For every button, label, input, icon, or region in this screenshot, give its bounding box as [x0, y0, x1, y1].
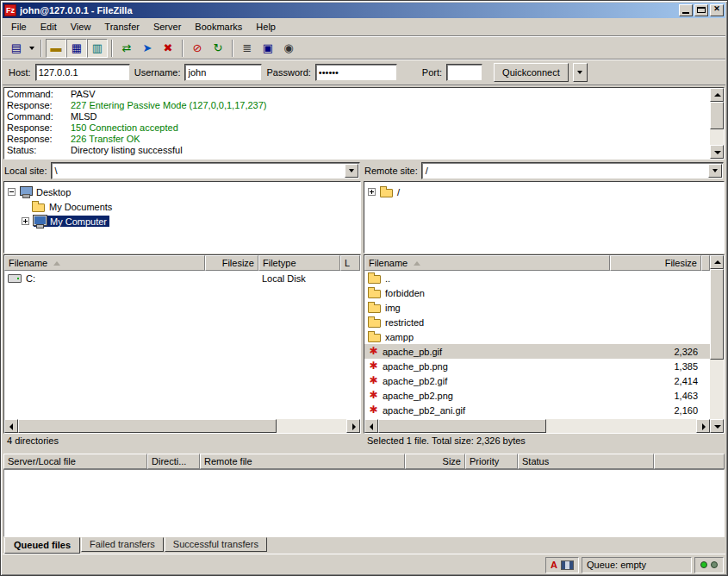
directory-comparison-button[interactable]: ▣	[258, 39, 278, 58]
site-manager-button[interactable]: ▤	[6, 39, 27, 58]
remote-file-row[interactable]: apache_pb2.gif 2,414	[364, 373, 710, 388]
menu-edit[interactable]: Edit	[34, 20, 64, 34]
tree-item-desktop[interactable]: Desktop	[6, 185, 358, 199]
remote-file-row-selected[interactable]: apache_pb.gif 2,326	[364, 344, 710, 359]
cancel-operation-button[interactable]: ✖	[158, 39, 178, 58]
reconnect-button[interactable]: ↻	[208, 39, 228, 58]
remote-file-row[interactable]: restricted	[364, 315, 710, 329]
scrollbar-thumb[interactable]	[378, 419, 546, 433]
expand-icon[interactable]	[22, 217, 29, 225]
maximize-button[interactable]	[694, 4, 708, 16]
log-prefix: Status:	[7, 145, 71, 156]
column-header-status[interactable]: Status	[518, 454, 654, 469]
scroll-down-icon[interactable]	[710, 145, 724, 159]
column-header-filler	[701, 255, 710, 271]
expand-icon[interactable]	[368, 188, 376, 196]
menu-view[interactable]: View	[64, 20, 98, 34]
remote-vertical-scrollbar[interactable]	[710, 255, 724, 433]
log-text: 226 Transfer OK	[71, 134, 140, 144]
menu-help[interactable]: Help	[249, 20, 283, 34]
site-manager-dropdown-button[interactable]	[27, 39, 37, 58]
tree-item-my-documents[interactable]: My Documents	[6, 199, 358, 214]
file-name-cell: xampp	[364, 331, 610, 342]
scrollbar-track[interactable]	[378, 419, 696, 433]
collapse-icon[interactable]	[8, 188, 16, 196]
quickconnect-button[interactable]: Quickconnect	[494, 63, 569, 82]
filter-button[interactable]: ≣	[237, 39, 258, 58]
scroll-right-icon[interactable]	[696, 419, 710, 433]
menu-bookmarks[interactable]: Bookmarks	[188, 20, 249, 34]
remote-file-row[interactable]: ..	[364, 271, 710, 285]
local-file-row[interactable]: C: Local Disk	[4, 271, 360, 285]
remote-horizontal-scrollbar[interactable]	[364, 419, 710, 433]
column-header-server-local-file[interactable]: Server/Local file	[3, 454, 147, 469]
column-header-priority[interactable]: Priority	[465, 454, 518, 469]
scrollbar-track[interactable]	[710, 269, 724, 419]
scrollbar-thumb[interactable]	[18, 419, 277, 433]
queue-header: Server/Local file Directi... Remote file…	[3, 454, 725, 469]
refresh-button[interactable]: ⇄	[116, 39, 137, 58]
local-site-combobox[interactable]: \	[51, 162, 360, 179]
minimize-button[interactable]	[679, 4, 693, 16]
remote-file-row[interactable]: forbidden	[364, 285, 710, 300]
tree-item-my-computer[interactable]: My Computer	[6, 214, 358, 229]
toggle-tree-views-button[interactable]: ▦	[66, 39, 87, 58]
file-panes: Local site: \ Desktop My Documents	[3, 162, 725, 448]
remote-file-row[interactable]: apache_pb2_ani.gif 2,160	[364, 403, 710, 417]
local-list-header: Filename Filesize Filetype L	[4, 255, 360, 271]
remote-file-row[interactable]: apache_pb2.png 1,463	[364, 388, 710, 403]
toggle-message-log-button[interactable]: ▬	[46, 39, 66, 58]
scrollbar-track[interactable]	[18, 419, 346, 433]
titlebar[interactable]: Fz john@127.0.0.1 - FileZilla	[3, 3, 725, 18]
scrollbar-thumb[interactable]	[710, 269, 724, 360]
toggle-transfer-queue-button[interactable]: ▥	[87, 39, 108, 58]
column-header-remote-file[interactable]: Remote file	[200, 454, 405, 469]
local-horizontal-scrollbar[interactable]	[4, 419, 360, 433]
menu-file[interactable]: File	[4, 20, 34, 34]
scroll-up-icon[interactable]	[710, 255, 724, 269]
remote-site-combobox[interactable]: /	[421, 162, 724, 179]
combo-dropdown-button[interactable]	[708, 164, 722, 178]
tab-successful-transfers[interactable]: Successful transfers	[165, 537, 267, 552]
column-header-lastmodified[interactable]: L	[340, 255, 360, 271]
port-input[interactable]	[446, 64, 482, 81]
column-header-size[interactable]: Size	[405, 454, 465, 469]
tree-item-root[interactable]: /	[366, 185, 722, 199]
host-input[interactable]	[35, 64, 130, 81]
username-input[interactable]	[184, 64, 262, 81]
column-header-filesize[interactable]: Filesize	[205, 255, 258, 271]
column-header-filename[interactable]: Filename	[364, 255, 610, 271]
find-files-button[interactable]: ◉	[278, 39, 299, 58]
column-header-filesize[interactable]: Filesize	[610, 255, 701, 271]
log-prefix: Response:	[7, 134, 71, 145]
scrollbar-thumb[interactable]	[710, 102, 724, 129]
column-header-filename[interactable]: Filename	[4, 255, 205, 271]
column-header-filetype[interactable]: Filetype	[258, 255, 340, 271]
menu-transfer[interactable]: Transfer	[97, 20, 146, 34]
remote-file-row[interactable]: img	[364, 300, 710, 315]
scroll-down-icon[interactable]	[710, 419, 724, 433]
column-header-direction[interactable]: Directi...	[147, 454, 200, 469]
file-name-cell: apache_pb.gif	[364, 346, 610, 357]
queue-list-body[interactable]	[3, 469, 725, 537]
quickconnect-dropdown-button[interactable]	[573, 63, 588, 82]
disconnect-button[interactable]: ⊘	[187, 39, 208, 58]
password-input[interactable]	[315, 64, 397, 81]
log-vertical-scrollbar[interactable]	[710, 88, 724, 159]
tab-queued-files[interactable]: Queued files	[4, 537, 80, 554]
folder-icon	[380, 189, 393, 197]
remote-file-row[interactable]: apache_pb.png 1,385	[364, 359, 710, 373]
close-button[interactable]	[710, 4, 724, 16]
remote-file-row[interactable]: xampp	[364, 329, 710, 344]
scroll-left-icon[interactable]	[364, 419, 378, 433]
process-queue-button[interactable]: ➤	[137, 39, 158, 58]
local-list-body: C: Local Disk	[4, 271, 360, 419]
scroll-up-icon[interactable]	[710, 88, 724, 102]
scrollbar-track[interactable]	[710, 102, 724, 145]
scroll-right-icon[interactable]	[346, 419, 360, 433]
tab-failed-transfers[interactable]: Failed transfers	[81, 537, 164, 552]
host-label: Host:	[9, 67, 31, 78]
scroll-left-icon[interactable]	[4, 419, 18, 433]
combo-dropdown-button[interactable]	[345, 164, 358, 178]
menu-server[interactable]: Server	[146, 20, 188, 34]
